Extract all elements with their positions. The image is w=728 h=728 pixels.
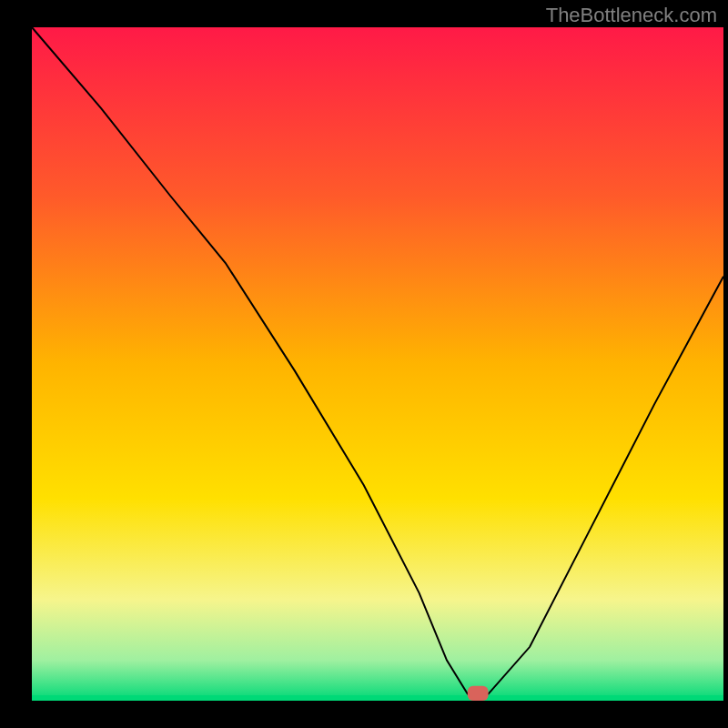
optimum-marker xyxy=(468,686,489,701)
bottleneck-chart xyxy=(0,0,728,728)
watermark-text: TheBottleneck.com xyxy=(546,4,717,27)
chart-container: TheBottleneck.com xyxy=(0,0,728,728)
baseline-band xyxy=(32,695,723,701)
plot-background xyxy=(32,27,723,701)
